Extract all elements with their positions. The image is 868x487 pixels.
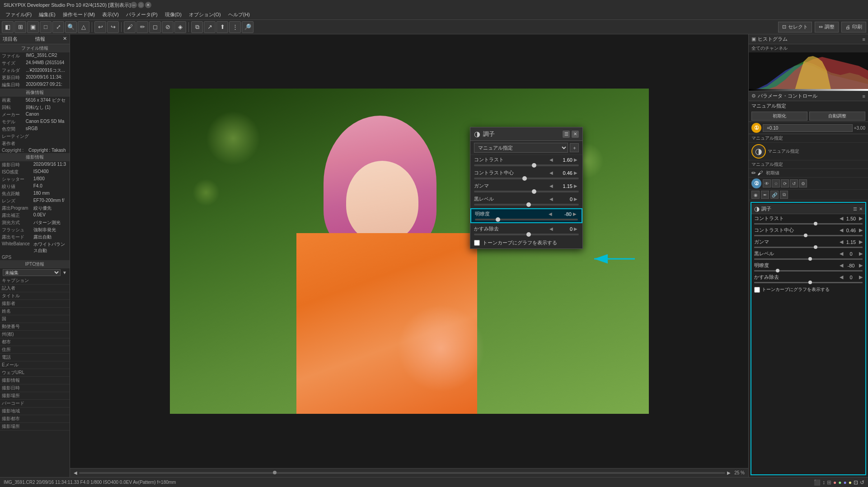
tone-cc-slider[interactable] xyxy=(474,178,579,179)
r-haze-slider[interactable] xyxy=(754,282,863,283)
toolbar-btn-2[interactable]: ⊞ xyxy=(14,21,26,33)
tone-haze-left[interactable]: ◀ xyxy=(548,226,554,231)
zoom-thumb[interactable] xyxy=(273,471,277,474)
r-gamma-thumb[interactable] xyxy=(814,245,817,249)
eye-icon[interactable]: 👁 xyxy=(763,179,771,187)
panel-close-icon[interactable]: ✕ xyxy=(63,36,67,42)
r-bl-right[interactable]: ▶ xyxy=(859,251,863,257)
tone-clarity-left[interactable]: ◀ xyxy=(547,211,554,216)
r-gamma-slider[interactable] xyxy=(754,247,863,248)
minimize-btn[interactable]: ─ xyxy=(131,2,137,8)
bot-icon-8[interactable]: ⊡ xyxy=(854,479,858,486)
tone-bl-right[interactable]: ▶ xyxy=(572,197,579,201)
brush-tool-icon[interactable]: 🖌 xyxy=(757,170,763,176)
r-clarity-slider[interactable] xyxy=(754,270,863,272)
tone-cc-right[interactable]: ▶ xyxy=(572,170,579,175)
toolbar-btn-5[interactable]: ⤢ xyxy=(52,21,64,33)
settings2-icon[interactable]: ⚙ xyxy=(799,179,807,187)
refresh-icon[interactable]: ↺ xyxy=(790,179,798,187)
menu-opmode[interactable]: 操作モード(M) xyxy=(59,10,99,19)
r-tone-curve-checkbox[interactable] xyxy=(754,287,760,293)
export-btn[interactable]: ↗ xyxy=(204,21,216,33)
r-contrast-slider[interactable] xyxy=(754,223,863,225)
iptc-dropdown[interactable]: 未編集 xyxy=(3,269,61,276)
zoom-right-icon[interactable]: ▶ xyxy=(727,470,731,475)
r-contrast-thumb[interactable] xyxy=(814,222,817,225)
r-haze-right[interactable]: ▶ xyxy=(859,274,863,280)
toolbar-btn-7[interactable]: △ xyxy=(78,21,89,33)
bot-icon-9[interactable]: ↺ xyxy=(860,479,864,486)
menu-help[interactable]: ヘルプ(H) xyxy=(225,10,253,19)
undo-btn[interactable]: ↩ xyxy=(94,21,106,33)
r-cc-slider[interactable] xyxy=(754,235,863,236)
erase-btn[interactable]: ◻ xyxy=(149,21,161,33)
pen-icon[interactable]: ✒ xyxy=(761,191,769,199)
tone-contrast-thumb[interactable] xyxy=(532,163,536,168)
tone-contrast-right[interactable]: ▶ xyxy=(572,157,579,162)
tone-haze-thumb[interactable] xyxy=(526,232,531,237)
right-tone-close-icon[interactable]: ✕ xyxy=(859,206,863,211)
rotate-icon[interactable]: ⟳ xyxy=(781,179,789,187)
filter-btn[interactable]: ⊘ xyxy=(162,21,174,33)
tone-bl-thumb[interactable] xyxy=(526,202,531,207)
bot-icon-4[interactable]: ● xyxy=(833,479,836,486)
menu-params[interactable]: パラメータ(P) xyxy=(122,10,161,19)
brush2-btn[interactable]: ✏ xyxy=(136,21,148,33)
tone-contrast-left[interactable]: ◀ xyxy=(548,157,554,162)
r-haze-left[interactable]: ◀ xyxy=(840,274,843,280)
bot-icon-6[interactable]: ● xyxy=(844,479,847,486)
link-icon[interactable]: 🔗 xyxy=(770,191,779,199)
menu-options[interactable]: オプション(O) xyxy=(185,10,225,19)
tone-clarity-right[interactable]: ▶ xyxy=(572,211,578,216)
redo-btn[interactable]: ↪ xyxy=(107,21,119,33)
bot-icon-2[interactable]: ↕ xyxy=(822,479,825,486)
params-expand-icon[interactable]: ≡ xyxy=(863,94,865,99)
adjust-btn[interactable]: ⇔ 調整 xyxy=(815,22,839,33)
print-btn[interactable]: 🖨 印刷 xyxy=(841,22,866,33)
zoom-left-icon[interactable]: ◀ xyxy=(74,470,77,475)
star-icon[interactable]: ☆ xyxy=(772,179,780,187)
tone-curve-checkbox[interactable] xyxy=(474,240,480,246)
tone-haze-right[interactable]: ▶ xyxy=(572,226,579,231)
mask-btn[interactable]: ◈ xyxy=(174,21,186,33)
menu-view[interactable]: 表示(V) xyxy=(99,10,122,19)
histogram-expand-icon[interactable]: ≡ xyxy=(863,37,865,42)
copy2-icon[interactable]: ⧉ xyxy=(780,191,788,199)
r-clarity-thumb[interactable] xyxy=(776,269,779,272)
r-bl-thumb[interactable] xyxy=(808,257,812,261)
bot-icon-3[interactable]: ⊞ xyxy=(827,479,831,486)
r-bl-left[interactable]: ◀ xyxy=(840,251,843,257)
r-cc-right[interactable]: ▶ xyxy=(859,227,863,233)
tone-bl-left[interactable]: ◀ xyxy=(548,197,554,201)
zoom-slider[interactable] xyxy=(79,472,725,474)
tone-gamma-slider[interactable] xyxy=(474,191,579,192)
r-clarity-right[interactable]: ▶ xyxy=(859,262,863,268)
copy-btn[interactable]: ⧉ xyxy=(191,21,203,33)
bot-icon-1[interactable]: ⬛ xyxy=(814,479,821,486)
close-btn[interactable]: ✕ xyxy=(145,2,151,8)
search2-btn[interactable]: 🔎 xyxy=(242,21,253,33)
tone-bl-slider[interactable] xyxy=(474,204,579,206)
tone-cc-left[interactable]: ◀ xyxy=(548,170,554,175)
tone-haze-slider[interactable] xyxy=(474,234,579,235)
eye2-icon[interactable]: ◉ xyxy=(751,191,760,199)
r-gamma-right[interactable]: ▶ xyxy=(859,239,863,245)
params-init-btn[interactable]: 初期化 xyxy=(751,112,807,121)
tone-clarity-slider[interactable] xyxy=(475,219,578,220)
bot-icon-7[interactable]: ● xyxy=(849,479,852,486)
menu-edit[interactable]: 編集(E) xyxy=(35,10,59,19)
right-tone-menu-icon[interactable]: ☰ xyxy=(853,206,857,211)
tone-menu-btn[interactable]: ☰ xyxy=(563,131,570,138)
r-bl-slider[interactable] xyxy=(754,258,863,260)
tone-clarity-thumb[interactable] xyxy=(496,217,500,222)
menu-file[interactable]: ファイル(F) xyxy=(2,10,35,19)
r-clarity-left[interactable]: ◀ xyxy=(840,262,843,268)
toolbar-btn-6[interactable]: 🔍 xyxy=(65,21,77,33)
tone-circle-icon[interactable]: ◑ xyxy=(751,144,766,159)
toolbar-btn-3[interactable]: ▣ xyxy=(27,21,39,33)
toolbar-btn-4[interactable]: □ xyxy=(40,21,52,33)
tone-contrast-slider[interactable] xyxy=(474,164,579,166)
menu-develop[interactable]: 現像(D) xyxy=(161,10,185,19)
params-auto-btn[interactable]: 自動調整 xyxy=(809,112,865,121)
r-haze-thumb[interactable] xyxy=(808,281,812,284)
